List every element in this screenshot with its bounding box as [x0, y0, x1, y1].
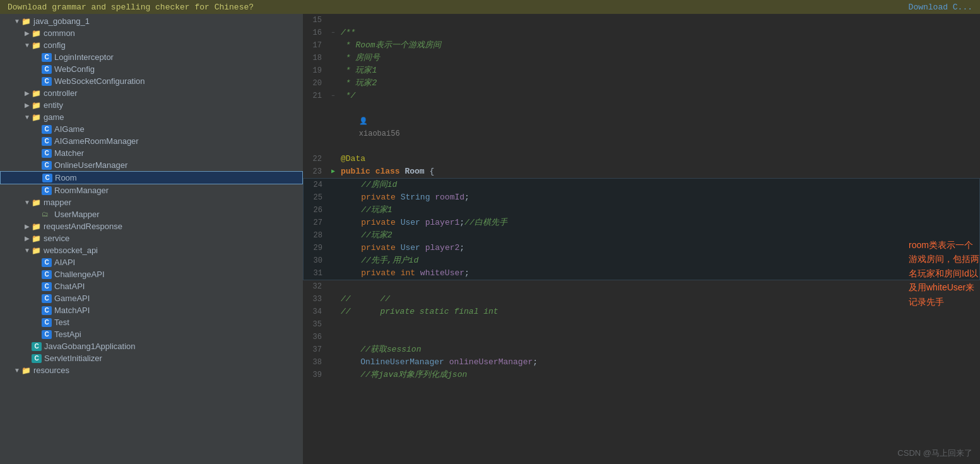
tree-item-config[interactable]: 📁config	[0, 39, 303, 51]
tree-item-label: entity	[44, 100, 63, 110]
tree-item-ChallengeAPI[interactable]: CChallengeAPI	[0, 268, 303, 280]
code-line: 17 * Room表示一个游戏房间	[303, 39, 980, 52]
tree-item-common[interactable]: 📁common	[0, 27, 303, 39]
tree-item-AIGame[interactable]: CAIGame	[0, 123, 303, 135]
tree-arrow	[23, 102, 32, 109]
tree-item-Matcher[interactable]: CMatcher	[0, 147, 303, 159]
code-line: 34// private static final int	[303, 306, 980, 318]
tree-item-GameAPI[interactable]: CGameAPI	[0, 292, 303, 304]
tree-item-AIGameRoomManager[interactable]: CAIGameRoomManager	[0, 135, 303, 147]
code-line: 26 //玩家1	[304, 204, 979, 217]
class-icon: C	[42, 149, 52, 158]
tree-item-requestAndResponse[interactable]: 📁requestAndResponse	[0, 220, 303, 232]
tree-item-mapper[interactable]: 📁mapper	[0, 196, 303, 208]
line-number: 38	[303, 356, 328, 369]
line-content: //玩家1	[339, 204, 979, 217]
line-number: 29	[304, 242, 329, 254]
file-tree: 📁java_gobang_1📁common📁configCLoginInterc…	[0, 14, 303, 464]
tree-arrow	[23, 247, 32, 254]
line-content: private User player2;	[339, 242, 979, 254]
line-number: 25	[304, 191, 329, 204]
tree-item-websocket_api[interactable]: 📁websocket_api	[0, 244, 303, 256]
tree-item-entity[interactable]: 📁entity	[0, 99, 303, 111]
code-line: 37 //获取session	[303, 343, 980, 356]
line-number: 26	[304, 204, 329, 217]
code-line: 38 OnlineUserManager onlineUserManager;	[303, 356, 980, 369]
tree-item-resources[interactable]: 📁resources	[0, 364, 303, 376]
tree-item-label: ChatAPI	[54, 282, 85, 291]
code-line: 24 //房间id	[304, 179, 979, 191]
tree-item-java_gobang_1[interactable]: 📁java_gobang_1	[0, 15, 303, 27]
class-icon: C	[42, 258, 52, 267]
fold-arrow[interactable]: −	[331, 27, 334, 39]
fold-arrow[interactable]: −	[331, 90, 334, 102]
tree-item-label: OnlineUserManager	[54, 160, 127, 170]
tree-item-label: WebSocketConfiguration	[54, 76, 145, 86]
tree-item-label: AIGame	[54, 124, 85, 134]
download-link[interactable]: Download C...	[909, 3, 972, 12]
line-number: 30	[304, 254, 329, 267]
class-icon: C	[42, 306, 52, 315]
mapper-icon: 🗂	[42, 210, 52, 219]
tree-item-Room[interactable]: CRoom	[0, 171, 303, 184]
line-number: 16	[303, 27, 328, 39]
line-content: private User player1;//白棋先手	[339, 217, 979, 229]
line-number: 15	[303, 14, 328, 27]
tree-item-label: MatchAPI	[54, 306, 90, 315]
tree-item-WebConfig[interactable]: CWebConfig	[0, 63, 303, 75]
tree-item-service[interactable]: 📁service	[0, 232, 303, 244]
tree-item-controller[interactable]: 📁controller	[0, 87, 303, 99]
code-line: 32	[303, 280, 980, 293]
tree-item-UserMapper[interactable]: 🗂UserMapper	[0, 208, 303, 220]
line-number: 28	[304, 229, 329, 242]
folder-icon: 📁	[21, 366, 31, 375]
class-icon: C	[42, 161, 52, 170]
tree-item-MatchAPI[interactable]: CMatchAPI	[0, 304, 303, 316]
line-number: 18	[303, 52, 328, 64]
tree-arrow	[13, 18, 21, 25]
tree-item-WebSocketConfiguration[interactable]: CWebSocketConfiguration	[0, 75, 303, 87]
line-content: * 玩家1	[338, 64, 980, 77]
line-content: // private static final int	[338, 306, 980, 318]
code-line: 21− */	[303, 90, 980, 102]
tree-item-label: common	[44, 28, 75, 38]
line-content: //房间id	[339, 179, 979, 191]
tree-item-RoomManager[interactable]: CRoomManager	[0, 184, 303, 196]
tree-item-label: game	[44, 112, 64, 122]
line-number: 21	[303, 90, 328, 102]
line-number: 20	[303, 77, 328, 90]
run-arrow[interactable]: ▶	[331, 165, 335, 178]
line-number: 37	[303, 343, 328, 356]
folder-icon: 📁	[32, 101, 41, 110]
line-content: @Data	[338, 153, 980, 165]
tree-item-game[interactable]: 📁game	[0, 111, 303, 123]
tree-arrow	[23, 114, 32, 121]
code-line: 35	[303, 318, 980, 331]
author-icon: 👤	[359, 117, 368, 125]
tree-item-LoginInterceptor[interactable]: CLoginInterceptor	[0, 51, 303, 63]
line-number: 23	[303, 165, 328, 178]
line-number: 33	[303, 293, 328, 306]
tree-item-label: WebConfig	[54, 64, 95, 74]
tree-item-JavaGobang1Application[interactable]: CJavaGobang1Application	[0, 340, 303, 352]
annotation: @Data	[341, 154, 365, 164]
tree-item-ServletInitializer[interactable]: CServletInitializer	[0, 352, 303, 364]
tree-item-OnlineUserManager[interactable]: COnlineUserManager	[0, 159, 303, 171]
code-area[interactable]: 1516−/**17 * Room表示一个游戏房间18 * 房间号19 * 玩家…	[303, 14, 980, 464]
line-content: * 玩家2	[338, 77, 980, 90]
code-line: 31 private int whiteUser;	[304, 267, 979, 280]
watermark: CSDN @马上回来了	[897, 448, 972, 459]
line-number: 35	[303, 318, 328, 331]
code-line: 28 //玩家2	[304, 229, 979, 242]
line-number: 36	[303, 331, 328, 343]
tree-item-label: AIGameRoomManager	[54, 136, 139, 146]
code-line: 30 //先手,用户id	[304, 254, 979, 267]
code-line: 25 private String roomId;	[304, 191, 979, 204]
tree-item-Test[interactable]: CTest	[0, 316, 303, 328]
folder-icon: 📁	[32, 234, 41, 243]
folder-icon: 📁	[32, 246, 41, 255]
tree-item-AIAPI[interactable]: CAIAPI	[0, 256, 303, 268]
tree-item-ChatAPI[interactable]: CChatAPI	[0, 280, 303, 292]
tree-item-TestApi[interactable]: CTestApi	[0, 328, 303, 340]
tree-item-label: java_gobang_1	[33, 16, 90, 26]
